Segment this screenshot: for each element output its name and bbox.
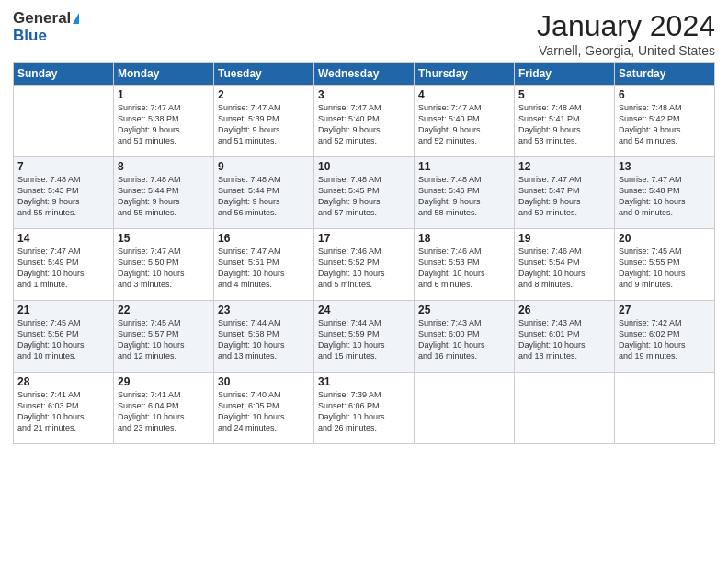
calendar-cell: [615, 373, 715, 444]
header-cell-wednesday: Wednesday: [314, 63, 415, 86]
day-number: 26: [518, 304, 610, 316]
day-number: 6: [619, 88, 711, 101]
day-number: 2: [218, 88, 310, 101]
cell-content: Sunrise: 7:47 AM Sunset: 5:39 PM Dayligh…: [218, 102, 310, 147]
cell-content: Sunrise: 7:48 AM Sunset: 5:43 PM Dayligh…: [17, 174, 109, 219]
day-number: 9: [218, 160, 310, 173]
calendar-cell: 4Sunrise: 7:47 AM Sunset: 5:40 PM Daylig…: [415, 86, 515, 157]
cell-content: Sunrise: 7:46 AM Sunset: 5:54 PM Dayligh…: [518, 246, 610, 291]
day-number: 22: [118, 304, 210, 316]
calendar-cell: 14Sunrise: 7:47 AM Sunset: 5:49 PM Dayli…: [14, 229, 114, 301]
day-number: 23: [218, 304, 310, 316]
day-number: 14: [17, 232, 109, 245]
calendar-cell: 26Sunrise: 7:43 AM Sunset: 6:01 PM Dayli…: [515, 301, 615, 373]
day-number: 19: [518, 232, 610, 245]
cell-content: Sunrise: 7:46 AM Sunset: 5:52 PM Dayligh…: [318, 246, 410, 291]
cell-content: Sunrise: 7:47 AM Sunset: 5:47 PM Dayligh…: [518, 174, 610, 219]
header-cell-thursday: Thursday: [415, 63, 515, 86]
cell-content: Sunrise: 7:41 AM Sunset: 6:04 PM Dayligh…: [118, 389, 210, 434]
calendar-cell: 9Sunrise: 7:48 AM Sunset: 5:44 PM Daylig…: [214, 157, 314, 229]
day-number: 31: [318, 375, 410, 388]
header: General Blue January 2024 Varnell, Georg…: [13, 9, 715, 58]
calendar-cell: 7Sunrise: 7:48 AM Sunset: 5:43 PM Daylig…: [14, 157, 114, 229]
calendar-cell: [515, 373, 615, 444]
cell-content: Sunrise: 7:48 AM Sunset: 5:46 PM Dayligh…: [418, 174, 510, 219]
cell-content: Sunrise: 7:47 AM Sunset: 5:40 PM Dayligh…: [318, 102, 410, 147]
cell-content: Sunrise: 7:44 AM Sunset: 5:59 PM Dayligh…: [318, 317, 410, 362]
logo: General Blue: [13, 9, 79, 44]
calendar-cell: 11Sunrise: 7:48 AM Sunset: 5:46 PM Dayli…: [415, 157, 515, 229]
calendar-week-row: 28Sunrise: 7:41 AM Sunset: 6:03 PM Dayli…: [14, 373, 715, 444]
day-number: 4: [418, 88, 510, 101]
cell-content: Sunrise: 7:42 AM Sunset: 6:02 PM Dayligh…: [619, 317, 711, 362]
cell-content: Sunrise: 7:44 AM Sunset: 5:58 PM Dayligh…: [218, 317, 310, 362]
day-number: 16: [218, 232, 310, 245]
calendar-cell: 24Sunrise: 7:44 AM Sunset: 5:59 PM Dayli…: [314, 301, 415, 373]
calendar-cell: 15Sunrise: 7:47 AM Sunset: 5:50 PM Dayli…: [114, 229, 214, 301]
calendar-week-row: 21Sunrise: 7:45 AM Sunset: 5:56 PM Dayli…: [14, 301, 715, 373]
calendar-cell: [14, 86, 114, 157]
calendar-cell: 3Sunrise: 7:47 AM Sunset: 5:40 PM Daylig…: [314, 86, 415, 157]
calendar-cell: 29Sunrise: 7:41 AM Sunset: 6:04 PM Dayli…: [114, 373, 214, 444]
day-number: 8: [118, 160, 210, 173]
calendar-cell: 23Sunrise: 7:44 AM Sunset: 5:58 PM Dayli…: [214, 301, 314, 373]
day-number: 5: [518, 88, 610, 101]
day-number: 3: [318, 88, 410, 101]
title-block: January 2024 Varnell, Georgia, United St…: [537, 9, 715, 58]
cell-content: Sunrise: 7:47 AM Sunset: 5:50 PM Dayligh…: [118, 246, 210, 291]
day-number: 1: [118, 88, 210, 101]
day-number: 17: [318, 232, 410, 245]
cell-content: Sunrise: 7:48 AM Sunset: 5:42 PM Dayligh…: [619, 102, 711, 147]
page-container: General Blue January 2024 Varnell, Georg…: [0, 0, 728, 454]
cell-content: Sunrise: 7:43 AM Sunset: 6:00 PM Dayligh…: [418, 317, 510, 362]
cell-content: Sunrise: 7:48 AM Sunset: 5:44 PM Dayligh…: [118, 174, 210, 219]
day-number: 30: [218, 375, 310, 388]
header-cell-tuesday: Tuesday: [214, 63, 314, 86]
cell-content: Sunrise: 7:48 AM Sunset: 5:45 PM Dayligh…: [318, 174, 410, 219]
cell-content: Sunrise: 7:48 AM Sunset: 5:44 PM Dayligh…: [218, 174, 310, 219]
calendar-cell: 19Sunrise: 7:46 AM Sunset: 5:54 PM Dayli…: [515, 229, 615, 301]
day-number: 7: [17, 160, 109, 173]
subtitle: Varnell, Georgia, United States: [537, 43, 715, 58]
header-cell-monday: Monday: [114, 63, 214, 86]
calendar-week-row: 14Sunrise: 7:47 AM Sunset: 5:49 PM Dayli…: [14, 229, 715, 301]
cell-content: Sunrise: 7:39 AM Sunset: 6:06 PM Dayligh…: [318, 389, 410, 434]
calendar-cell: 6Sunrise: 7:48 AM Sunset: 5:42 PM Daylig…: [615, 86, 715, 157]
logo-blue-text: Blue: [13, 28, 79, 45]
calendar-cell: 20Sunrise: 7:45 AM Sunset: 5:55 PM Dayli…: [615, 229, 715, 301]
cell-content: Sunrise: 7:47 AM Sunset: 5:40 PM Dayligh…: [418, 102, 510, 147]
calendar-week-row: 7Sunrise: 7:48 AM Sunset: 5:43 PM Daylig…: [14, 157, 715, 229]
day-number: 18: [418, 232, 510, 245]
day-number: 20: [619, 232, 711, 245]
cell-content: Sunrise: 7:47 AM Sunset: 5:51 PM Dayligh…: [218, 246, 310, 291]
cell-content: Sunrise: 7:47 AM Sunset: 5:38 PM Dayligh…: [118, 102, 210, 147]
cell-content: Sunrise: 7:45 AM Sunset: 5:56 PM Dayligh…: [17, 317, 109, 362]
day-number: 28: [17, 375, 109, 388]
calendar-cell: [415, 373, 515, 444]
calendar-cell: 16Sunrise: 7:47 AM Sunset: 5:51 PM Dayli…: [214, 229, 314, 301]
day-number: 12: [518, 160, 610, 173]
calendar-cell: 17Sunrise: 7:46 AM Sunset: 5:52 PM Dayli…: [314, 229, 415, 301]
calendar-table: SundayMondayTuesdayWednesdayThursdayFrid…: [13, 62, 715, 444]
calendar-cell: 21Sunrise: 7:45 AM Sunset: 5:56 PM Dayli…: [14, 301, 114, 373]
logo-general-text: General: [13, 9, 71, 27]
cell-content: Sunrise: 7:46 AM Sunset: 5:53 PM Dayligh…: [418, 246, 510, 291]
header-cell-sunday: Sunday: [14, 63, 114, 86]
calendar-header-row: SundayMondayTuesdayWednesdayThursdayFrid…: [14, 63, 715, 86]
calendar-cell: 10Sunrise: 7:48 AM Sunset: 5:45 PM Dayli…: [314, 157, 415, 229]
cell-content: Sunrise: 7:47 AM Sunset: 5:49 PM Dayligh…: [17, 246, 109, 291]
main-title: January 2024: [537, 9, 715, 43]
day-number: 21: [17, 304, 109, 316]
calendar-cell: 27Sunrise: 7:42 AM Sunset: 6:02 PM Dayli…: [615, 301, 715, 373]
day-number: 10: [318, 160, 410, 173]
logo-icon: [73, 13, 79, 24]
calendar-cell: 8Sunrise: 7:48 AM Sunset: 5:44 PM Daylig…: [114, 157, 214, 229]
day-number: 24: [318, 304, 410, 316]
calendar-cell: 13Sunrise: 7:47 AM Sunset: 5:48 PM Dayli…: [615, 157, 715, 229]
day-number: 29: [118, 375, 210, 388]
calendar-cell: 5Sunrise: 7:48 AM Sunset: 5:41 PM Daylig…: [515, 86, 615, 157]
cell-content: Sunrise: 7:43 AM Sunset: 6:01 PM Dayligh…: [518, 317, 610, 362]
day-number: 27: [619, 304, 711, 316]
day-number: 13: [619, 160, 711, 173]
day-number: 11: [418, 160, 510, 173]
